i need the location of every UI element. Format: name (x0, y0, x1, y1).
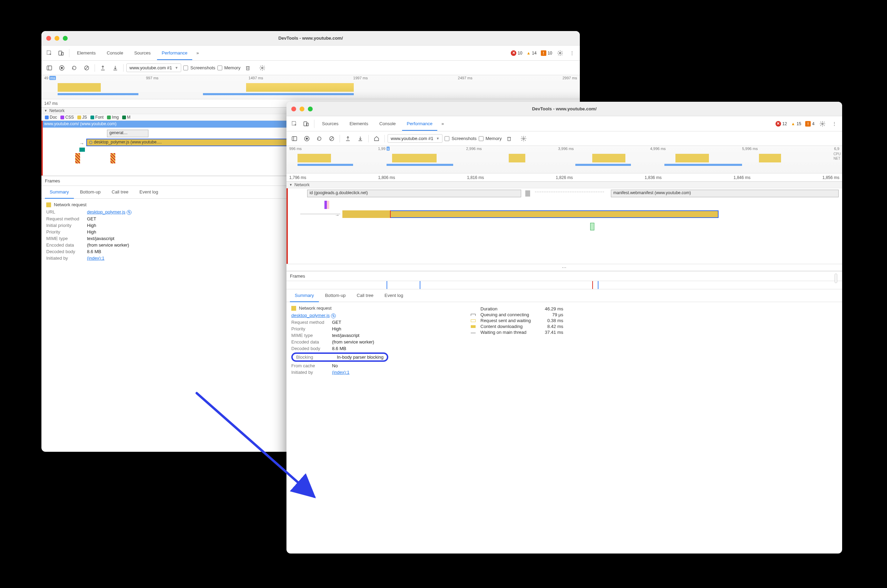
reload-icon[interactable] (314, 134, 325, 144)
network-bar[interactable]: generat… (107, 130, 149, 137)
more-icon[interactable]: ⋮ (567, 48, 577, 58)
frames-header[interactable]: Frames (286, 271, 842, 281)
marker-icon (325, 201, 329, 209)
screenshots-toggle[interactable]: Screenshots (445, 136, 476, 141)
tab-call-tree[interactable]: Call tree (107, 186, 133, 199)
marker-line (286, 188, 288, 264)
label-initiated-by: Initiated by (291, 370, 329, 375)
minimize-icon[interactable] (299, 106, 304, 111)
issue-count[interactable]: !4 (804, 120, 816, 127)
request-color-swatch (291, 306, 296, 311)
flame-chart[interactable]: id (googleads.g.doubleclick.net) manifes… (286, 188, 842, 264)
section-collapse[interactable]: ⋯ (286, 264, 842, 271)
marker-icon (525, 190, 530, 196)
svg-point-27 (523, 138, 524, 140)
tick: 2997 ms (562, 76, 577, 80)
tab-summary[interactable]: Summary (290, 290, 319, 302)
overview-strip[interactable]: 49 ms 997 ms 1497 ms 1997 ms 2497 ms 299… (41, 75, 580, 99)
settings-icon[interactable] (555, 48, 565, 58)
sidebar-toggle-icon[interactable] (289, 134, 299, 144)
home-icon[interactable] (371, 134, 382, 144)
cpu-label: CPU (833, 152, 841, 156)
tab-console[interactable]: Console (102, 46, 128, 60)
tab-bottom-up[interactable]: Bottom-up (75, 186, 105, 199)
svg-point-14 (261, 67, 263, 69)
upload-icon[interactable] (98, 63, 108, 73)
tab-call-tree[interactable]: Call tree (352, 290, 378, 302)
marker-icon (80, 148, 85, 152)
download-icon[interactable] (110, 63, 120, 73)
record-icon[interactable] (302, 134, 312, 144)
inspect-icon[interactable] (44, 48, 54, 58)
svg-rect-10 (247, 66, 249, 70)
zoom-icon[interactable] (63, 36, 68, 41)
tab-summary[interactable]: Summary (45, 186, 74, 199)
error-count[interactable]: ✕12 (774, 120, 788, 127)
error-count[interactable]: ✕10 (510, 50, 523, 57)
clear-icon[interactable] (81, 63, 92, 73)
warning-count[interactable]: ▲15 (790, 121, 803, 127)
network-group-header[interactable]: ▼Network (286, 182, 842, 188)
overview-strip[interactable]: 996 ms 1,99 s 2,996 ms 3,996 ms 4,996 ms… (286, 146, 842, 174)
tab-sources[interactable]: Sources (129, 46, 156, 60)
chevron-down-icon: ▼ (436, 136, 440, 140)
tab-performance[interactable]: Performance (402, 117, 437, 131)
initiator-link[interactable]: (index):1 (87, 255, 105, 261)
details-tabs: Summary Bottom-up Call tree Event log (286, 290, 842, 302)
network-bar[interactable]: id (googleads.g.doubleclick.net) (307, 190, 521, 197)
titlebar: DevTools - www.youtube.com/ (41, 31, 580, 45)
tab-elements[interactable]: Elements (72, 46, 101, 60)
memory-toggle[interactable]: Memory (479, 136, 502, 141)
more-tabs-icon[interactable]: » (439, 119, 447, 128)
recording-select[interactable]: www.youtube.com #1 ▼ (126, 63, 181, 72)
upload-icon[interactable] (343, 134, 353, 144)
more-tabs-icon[interactable]: » (194, 48, 201, 58)
tab-bottom-up[interactable]: Bottom-up (320, 290, 351, 302)
tab-console[interactable]: Console (374, 117, 401, 131)
label-initiated-by: Initiated by (46, 255, 84, 261)
url-link[interactable]: desktop_polymer.js⇅ (87, 209, 131, 215)
url-link[interactable]: desktop_polymer.js⇅ (291, 313, 336, 318)
settings-icon[interactable] (817, 118, 828, 129)
more-icon[interactable]: ⋮ (829, 118, 839, 129)
sidebar-toggle-icon[interactable] (44, 63, 54, 73)
screenshots-toggle[interactable]: Screenshots (183, 65, 215, 70)
network-bar[interactable]: manifest.webmanifest (www.youtube.com) (611, 190, 839, 197)
tab-elements[interactable]: Elements (345, 117, 373, 131)
recording-select[interactable]: www.youtube.com #1 ▼ (388, 134, 442, 143)
marker-icon (75, 153, 80, 164)
tab-bar: Sources Elements Console Performance » ✕… (286, 116, 842, 131)
device-icon[interactable] (301, 118, 311, 129)
gc-icon[interactable] (243, 63, 253, 73)
tab-event-log[interactable]: Event log (135, 186, 163, 199)
clear-icon[interactable] (326, 134, 337, 144)
tab-sources[interactable]: Sources (317, 117, 343, 131)
settings-icon[interactable] (257, 63, 268, 73)
inspect-icon[interactable] (289, 118, 299, 129)
window-title: DevTools - www.youtube.com/ (286, 106, 842, 111)
close-icon[interactable] (291, 106, 296, 111)
initiator-icon: ⇅ (331, 314, 336, 318)
settings-icon[interactable] (519, 134, 529, 144)
marker-icon (110, 153, 115, 164)
record-icon[interactable] (57, 63, 67, 73)
network-bar-selected[interactable]: desktop_p… (342, 210, 719, 218)
tab-performance[interactable]: Performance (157, 46, 192, 60)
minimize-icon[interactable] (54, 36, 59, 41)
gc-icon[interactable] (504, 134, 514, 144)
label-url: URL (46, 209, 84, 215)
reload-icon[interactable] (69, 63, 80, 73)
tick: 2497 ms (458, 76, 472, 80)
tick: 1997 ms (353, 76, 368, 80)
device-icon[interactable] (56, 48, 66, 58)
initiator-link[interactable]: (index):1 (332, 370, 350, 375)
tab-event-log[interactable]: Event log (380, 290, 408, 302)
warning-count[interactable]: ▲14 (525, 50, 538, 56)
traffic-lights (291, 106, 313, 111)
frames-strip[interactable] (286, 281, 842, 290)
issue-count[interactable]: !10 (540, 50, 553, 57)
zoom-icon[interactable] (308, 106, 313, 111)
close-icon[interactable] (46, 36, 51, 41)
download-icon[interactable] (355, 134, 365, 144)
memory-toggle[interactable]: Memory (218, 65, 241, 70)
